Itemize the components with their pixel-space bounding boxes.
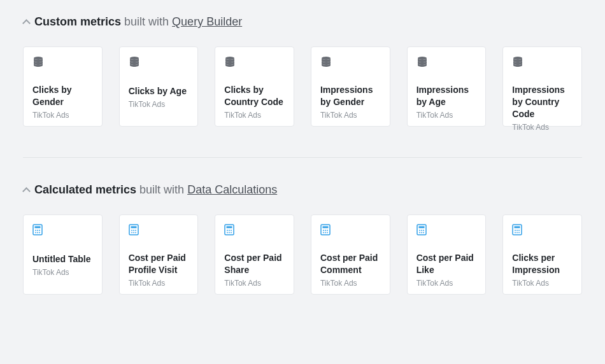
svg-point-37: [327, 232, 328, 234]
section-header-calculated[interactable]: Calculated metrics built with Data Calcu…: [23, 183, 582, 197]
calculator-icon: [129, 224, 189, 235]
cards-row-calculated: Untitled Table TikTok Ads Cost per Paid …: [23, 214, 582, 295]
section-title-link[interactable]: Query Builder: [172, 15, 242, 28]
metric-card[interactable]: Cost per Paid Like TikTok Ads: [407, 214, 487, 295]
card-source: TikTok Ads: [416, 279, 477, 288]
card-title: Clicks by Age: [129, 85, 189, 97]
section-custom-metrics: Custom metrics built with Query Builder …: [23, 15, 582, 127]
database-icon: [416, 56, 477, 67]
database-icon: [320, 56, 381, 67]
metric-card[interactable]: Clicks by Country Code TikTok Ads: [215, 46, 294, 127]
svg-point-28: [229, 232, 230, 234]
card-title: Impressions by Gender: [320, 84, 381, 108]
metric-card[interactable]: Impressions by Age TikTok Ads: [407, 46, 487, 127]
metric-card[interactable]: Cost per Paid Comment TikTok Ads: [311, 214, 390, 295]
svg-point-24: [227, 230, 228, 231]
svg-point-16: [131, 230, 132, 231]
svg-rect-46: [513, 225, 522, 235]
section-header-custom[interactable]: Custom metrics built with Query Builder: [23, 15, 582, 29]
chevron-up-icon: [23, 19, 29, 25]
section-title-strong: Calculated metrics: [34, 183, 136, 196]
svg-point-1: [130, 57, 139, 60]
database-icon: [512, 56, 573, 67]
svg-rect-6: [33, 225, 42, 235]
svg-point-19: [131, 232, 132, 234]
card-source: TikTok Ads: [32, 111, 93, 120]
svg-point-35: [323, 232, 324, 234]
svg-point-34: [327, 230, 328, 231]
svg-point-41: [421, 230, 422, 231]
page-container: Custom metrics built with Query Builder …: [0, 0, 605, 295]
svg-rect-7: [35, 227, 41, 228]
svg-point-40: [419, 230, 420, 231]
calculator-icon: [224, 224, 285, 235]
card-source: TikTok Ads: [512, 123, 573, 132]
metric-card[interactable]: Clicks by Age TikTok Ads: [119, 46, 199, 127]
svg-point-10: [39, 230, 40, 231]
section-title-link[interactable]: Data Calculations: [187, 183, 277, 196]
svg-point-18: [135, 230, 136, 231]
calculator-icon: [32, 224, 93, 237]
svg-point-12: [37, 232, 38, 234]
svg-point-53: [518, 232, 520, 234]
metric-card[interactable]: Clicks by Gender TikTok Ads: [23, 46, 103, 127]
svg-rect-47: [515, 227, 520, 228]
card-title: Cost per Paid Comment: [320, 252, 381, 276]
database-icon: [32, 56, 93, 67]
svg-point-26: [231, 230, 232, 231]
svg-point-4: [418, 57, 427, 60]
svg-rect-38: [417, 225, 426, 235]
chevron-up-icon: [23, 187, 29, 193]
card-source: TikTok Ads: [416, 111, 477, 120]
svg-point-8: [35, 230, 36, 231]
card-title: Impressions by Country Code: [512, 84, 573, 120]
database-icon: [129, 56, 189, 69]
metric-card[interactable]: Impressions by Gender TikTok Ads: [311, 46, 390, 127]
svg-point-0: [34, 57, 43, 60]
card-source: TikTok Ads: [129, 100, 189, 109]
cards-row-custom: Clicks by Gender TikTok Ads Clicks by Ag…: [23, 46, 582, 127]
metric-card[interactable]: Cost per Paid Profile Visit TikTok Ads: [119, 214, 199, 295]
svg-point-25: [229, 230, 230, 231]
svg-point-11: [35, 232, 36, 234]
svg-point-3: [322, 57, 331, 60]
svg-rect-15: [131, 227, 136, 228]
section-title-rest: built with: [139, 183, 187, 196]
card-source: TikTok Ads: [512, 279, 573, 288]
svg-point-29: [231, 232, 232, 234]
svg-point-51: [515, 232, 516, 234]
card-source: TikTok Ads: [320, 279, 381, 288]
section-calculated-metrics: Calculated metrics built with Data Calcu…: [23, 183, 582, 295]
metric-card[interactable]: Untitled Table TikTok Ads: [23, 214, 103, 295]
svg-point-13: [39, 232, 40, 234]
svg-rect-22: [225, 225, 234, 235]
card-title: Cost per Paid Like: [416, 252, 477, 276]
svg-point-42: [423, 230, 424, 231]
svg-point-5: [513, 57, 522, 60]
card-title: Cost per Paid Profile Visit: [129, 252, 189, 276]
svg-point-45: [423, 232, 424, 234]
svg-point-27: [227, 232, 228, 234]
card-source: TikTok Ads: [224, 279, 285, 288]
svg-rect-30: [321, 225, 330, 235]
metric-card[interactable]: Impressions by Country Code TikTok Ads: [502, 46, 582, 127]
svg-point-43: [419, 232, 420, 234]
section-title-strong: Custom metrics: [34, 15, 121, 28]
svg-point-32: [323, 230, 324, 231]
card-title: Untitled Table: [32, 253, 93, 265]
svg-point-17: [133, 230, 134, 231]
card-title: Impressions by Age: [416, 84, 477, 108]
card-title: Clicks by Gender: [32, 84, 93, 108]
svg-point-2: [225, 57, 234, 60]
card-title: Cost per Paid Share: [224, 252, 285, 276]
svg-rect-31: [322, 227, 328, 228]
svg-point-48: [515, 230, 516, 231]
metric-card[interactable]: Cost per Paid Share TikTok Ads: [215, 214, 294, 295]
svg-rect-39: [418, 227, 424, 228]
svg-rect-23: [227, 227, 232, 228]
card-source: TikTok Ads: [224, 111, 285, 120]
svg-point-33: [325, 230, 326, 231]
metric-card[interactable]: Clicks per Impression TikTok Ads: [502, 214, 582, 295]
section-divider: [23, 157, 582, 158]
section-title-rest: built with: [124, 15, 172, 28]
